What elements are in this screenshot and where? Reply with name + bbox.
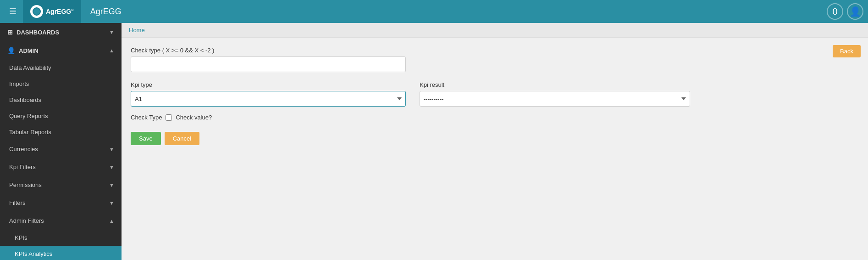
app-title: AgrEGG [90,7,122,17]
sidebar-currencies-header[interactable]: Currencies ▼ [0,140,122,158]
notification-icon: 0 [832,6,837,17]
form-buttons-row: Save Cancel [131,132,859,145]
logo-inner [33,7,41,16]
sidebar-item-query-reports[interactable]: Query Reports [0,108,122,124]
form-row-kpi: Kpi type A1 Kpi result ---------- [131,81,859,107]
admin-chevron-icon: ▲ [109,48,114,53]
check-type-expression-label: Check type ( X >= 0 && X < -2 ) [131,47,859,54]
sidebar-filters-header[interactable]: Filters ▼ [0,194,122,212]
sidebar-admin-filters-header[interactable]: Admin Filters ▲ [0,212,122,230]
content-area: Home Back Check type ( X >= 0 && X < -2 … [122,23,868,260]
admin-filters-chevron-icon: ▲ [109,218,114,224]
filters-chevron-icon: ▼ [109,200,114,206]
notification-button[interactable]: 0 [827,3,843,20]
sidebar-item-tabular-reports[interactable]: Tabular Reports [0,124,122,140]
sidebar-item-kpis-analytics[interactable]: KPIs Analytics [0,246,122,260]
main-layout: ⊞ DASHBOARDS ▼ 👤 ADMIN ▲ Data Availabili… [0,23,868,260]
cancel-button[interactable]: Cancel [165,132,199,145]
permissions-chevron-icon: ▼ [109,182,114,188]
kpi-result-select[interactable]: ---------- [420,91,690,107]
check-type-checkbox-label: Check Type [131,114,162,121]
sidebar-item-data-availability[interactable]: Data Availability [0,60,122,76]
user-icon: 👤 [850,6,861,17]
breadcrumb-home[interactable]: Home [129,27,145,34]
check-type-checkbox-row: Check Type Check value? [131,114,859,121]
dashboards-section-label: DASHBOARDS [17,29,59,36]
check-type-input[interactable] [131,57,406,72]
hamburger-icon: ☰ [9,7,17,16]
sidebar-item-dashboards[interactable]: Dashboards [0,92,122,108]
admin-section-label: ADMIN [19,47,39,54]
kpi-filters-chevron-icon: ▼ [109,164,114,170]
top-header: ☰ AgrEGG° AgrEGG 0 👤 [0,0,868,23]
kpi-type-label: Kpi type [131,81,406,88]
kpi-type-group: Kpi type A1 [131,81,406,107]
check-value-text: Check value? [176,114,212,121]
sidebar-kpi-filters-header[interactable]: Kpi Filters ▼ [0,158,122,176]
currencies-chevron-icon: ▼ [109,147,114,152]
check-type-section: Check type ( X >= 0 && X < -2 ) [131,47,859,72]
dashboards-icon: ⊞ [7,28,13,36]
logo-area: AgrEGG° [23,0,81,23]
hamburger-button[interactable]: ☰ [5,3,21,20]
breadcrumb-bar: Home [122,23,868,38]
check-value-checkbox[interactable] [166,114,172,121]
dashboards-chevron-icon: ▼ [109,29,114,35]
logo-text: AgrEGG° [46,8,74,15]
kpi-type-select[interactable]: A1 [131,91,406,107]
sidebar-item-kpis[interactable]: KPIs [0,230,122,246]
back-button[interactable]: Back [833,45,861,57]
sidebar-dashboards-header[interactable]: ⊞ DASHBOARDS ▼ [0,23,122,41]
admin-icon: 👤 [7,47,15,54]
sidebar: ⊞ DASHBOARDS ▼ 👤 ADMIN ▲ Data Availabili… [0,23,122,260]
kpi-result-label: Kpi result [420,81,690,88]
logo-circle [30,5,43,18]
sidebar-item-imports[interactable]: Imports [0,76,122,92]
sidebar-admin-header[interactable]: 👤 ADMIN ▲ [0,41,122,60]
kpi-result-group: Kpi result ---------- [420,81,690,107]
page-content: Back Check type ( X >= 0 && X < -2 ) Kpi… [122,38,868,260]
sidebar-permissions-header[interactable]: Permissions ▼ [0,176,122,194]
user-button[interactable]: 👤 [847,3,863,20]
save-button[interactable]: Save [131,132,161,145]
